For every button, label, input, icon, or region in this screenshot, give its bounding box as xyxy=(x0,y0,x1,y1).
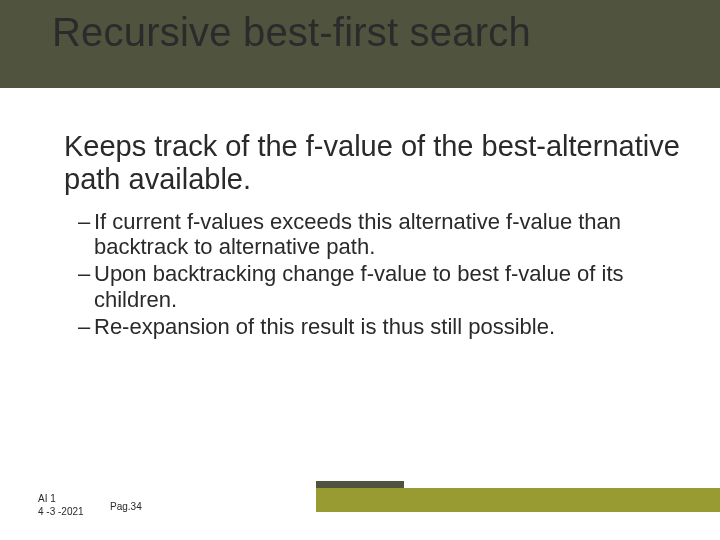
bullet-item: If current f-values exceeds this alterna… xyxy=(78,209,684,260)
bullet-item: Upon backtracking change f-value to best… xyxy=(78,261,684,312)
content-area: Keeps track of the f-value of the best-a… xyxy=(64,130,684,341)
footer-accent-bar xyxy=(316,488,720,512)
slide-title: Recursive best-first search xyxy=(52,10,531,55)
bullet-item: Re-expansion of this result is thus stil… xyxy=(78,314,684,339)
lead-paragraph: Keeps track of the f-value of the best-a… xyxy=(64,130,684,197)
course-code: AI 1 xyxy=(38,492,84,505)
bullet-list: If current f-values exceeds this alterna… xyxy=(64,209,684,339)
page-number: Pag.34 xyxy=(110,501,142,512)
footer-meta: AI 1 4 -3 -2021 xyxy=(38,492,84,518)
slide-date: 4 -3 -2021 xyxy=(38,505,84,518)
